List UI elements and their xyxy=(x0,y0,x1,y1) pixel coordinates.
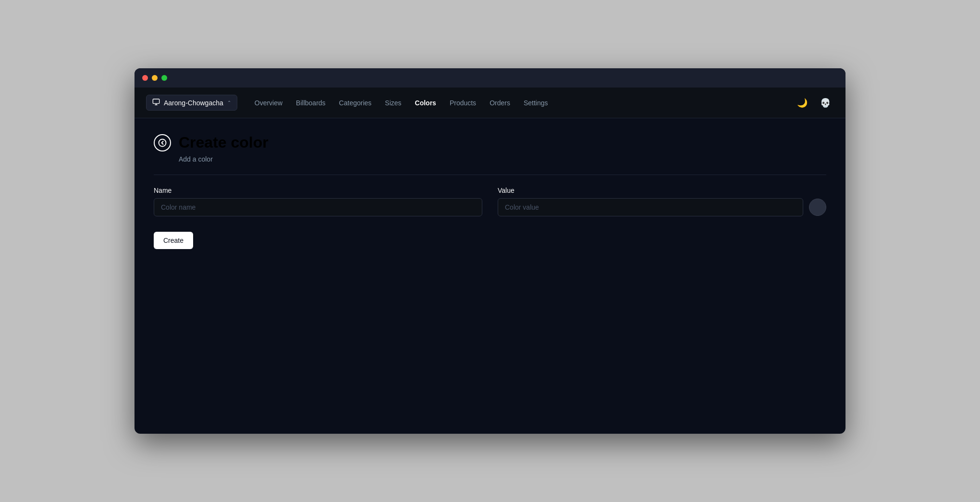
traffic-lights xyxy=(142,75,167,81)
page-title: Create color xyxy=(179,134,269,151)
page-header: Create color xyxy=(154,134,826,151)
color-preview xyxy=(809,199,826,216)
nav-actions: 🌙 💀 xyxy=(794,94,834,112)
nav-link-products[interactable]: Products xyxy=(444,95,482,111)
app-window: Aarong-Chowgacha ⌃ Overview Billboards C… xyxy=(135,68,845,434)
nav-link-categories[interactable]: Categories xyxy=(333,95,378,111)
create-button[interactable]: Create xyxy=(154,232,193,249)
form-grid: Name Value xyxy=(154,187,826,216)
nav-link-orders[interactable]: Orders xyxy=(484,95,516,111)
maximize-button[interactable] xyxy=(161,75,167,81)
nav-link-colors[interactable]: Colors xyxy=(409,95,442,111)
chevron-down-icon: ⌃ xyxy=(227,100,231,105)
page-title-section: Create color xyxy=(179,134,269,151)
avatar-icon: 💀 xyxy=(820,98,831,108)
name-input[interactable] xyxy=(154,198,482,216)
main-content: Create color Add a color Name Value Crea… xyxy=(135,118,845,434)
value-field-row xyxy=(498,198,826,216)
minimize-button[interactable] xyxy=(152,75,158,81)
store-name: Aarong-Chowgacha xyxy=(164,99,223,107)
close-button[interactable] xyxy=(142,75,148,81)
moon-icon: 🌙 xyxy=(797,98,808,108)
store-icon xyxy=(152,98,160,107)
navbar: Aarong-Chowgacha ⌃ Overview Billboards C… xyxy=(135,88,845,118)
value-field: Value xyxy=(498,187,826,216)
titlebar xyxy=(135,68,845,88)
nav-link-overview[interactable]: Overview xyxy=(249,95,288,111)
back-button[interactable] xyxy=(154,134,171,151)
value-input[interactable] xyxy=(498,198,803,216)
nav-links: Overview Billboards Categories Sizes Col… xyxy=(249,95,790,111)
svg-point-1 xyxy=(159,139,166,146)
avatar-button[interactable]: 💀 xyxy=(817,94,834,112)
page-subtitle: Add a color xyxy=(179,155,826,163)
value-label: Value xyxy=(498,187,826,194)
store-selector[interactable]: Aarong-Chowgacha ⌃ xyxy=(146,95,237,111)
nav-link-sizes[interactable]: Sizes xyxy=(379,95,407,111)
divider xyxy=(154,175,826,175)
name-label: Name xyxy=(154,187,482,194)
dark-mode-button[interactable]: 🌙 xyxy=(794,94,811,112)
name-field: Name xyxy=(154,187,482,216)
nav-link-settings[interactable]: Settings xyxy=(518,95,554,111)
svg-rect-0 xyxy=(153,99,159,103)
nav-link-billboards[interactable]: Billboards xyxy=(290,95,331,111)
